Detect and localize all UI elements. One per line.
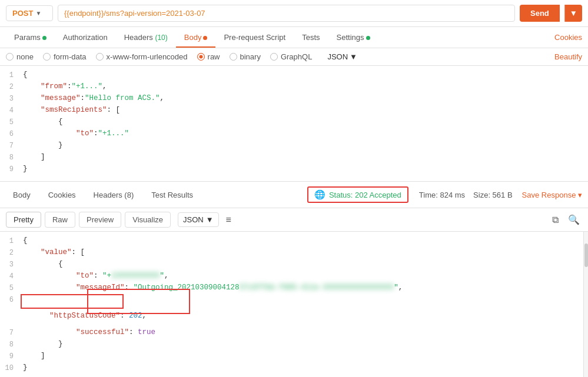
view-raw-button[interactable]: Raw — [45, 212, 75, 228]
req-line-3: 3 "message":"Hello from ACS.", — [0, 94, 588, 106]
globe-icon: 🌐 — [314, 189, 325, 200]
tab-body[interactable]: Body — [176, 27, 216, 48]
resp-tab-cookies[interactable]: Cookies — [41, 187, 83, 203]
view-visualize-button[interactable]: Visualize — [125, 212, 171, 228]
resp-line-9: 9 ] — [0, 352, 588, 363]
radio-form-data-circle — [43, 53, 51, 61]
body-type-row: none form-data x-www-form-urlencoded raw… — [0, 48, 588, 66]
top-bar: POST ▼ Send ▼ — [0, 0, 588, 27]
format-chevron-icon: ▼ — [350, 52, 357, 61]
time-text: Time: 824 ms — [419, 191, 465, 199]
req-line-2: 2 "from":"+1...", — [0, 82, 588, 94]
resp-line-7: 7 "successful": true — [0, 328, 588, 340]
radio-raw-circle — [197, 53, 205, 61]
params-dot — [42, 36, 46, 40]
send-dropdown-button[interactable]: ▼ — [564, 5, 582, 22]
resp-line-4: 4 "to": "+1XXXXXXXXXX", — [0, 272, 588, 283]
req-line-6: 6 "to":"+1..." — [0, 129, 588, 141]
status-badge: 🌐 Status: 202 Accepted — [307, 186, 408, 203]
tab-authorization[interactable]: Authorization — [55, 27, 116, 48]
resp-line-2: 2 "value": [ — [0, 248, 588, 260]
radio-raw[interactable]: raw — [197, 52, 220, 61]
radio-none[interactable]: none — [6, 52, 34, 61]
req-line-8: 8 ] — [0, 153, 588, 165]
radio-binary-circle — [230, 53, 237, 61]
resp-right-icons: ⧉ 🔍 — [550, 213, 582, 226]
radio-graphql[interactable]: GraphQL — [270, 52, 312, 61]
resp-format-chevron-icon: ▼ — [206, 215, 214, 224]
request-code-editor[interactable]: 1 { 2 "from":"+1...", 3 "message":"Hello… — [0, 66, 588, 182]
radio-urlencoded-circle — [96, 53, 104, 61]
tab-settings[interactable]: Settings — [328, 27, 378, 48]
response-header: Body Cookies Headers (8) Test Results 🌐 … — [0, 182, 588, 208]
radio-none-circle — [6, 53, 14, 61]
radio-graphql-circle — [270, 53, 278, 61]
method-label: POST — [12, 9, 33, 18]
save-response-label: Save Response — [522, 191, 576, 199]
search-button[interactable]: 🔍 — [566, 213, 582, 226]
resp-line-3: 3 { — [0, 260, 588, 272]
body-dot — [203, 36, 207, 40]
scrollbar[interactable] — [583, 232, 588, 377]
resp-line-6: 6 "httpStatusCode": 202, — [0, 295, 588, 328]
req-line-5: 5 { — [0, 118, 588, 129]
response-code-editor[interactable]: 1 { 2 "value": [ 3 { 4 "to": "+1XXXXXXXX… — [0, 232, 588, 377]
method-dropdown[interactable]: POST ▼ — [6, 5, 53, 21]
send-button[interactable]: Send — [520, 5, 560, 22]
resp-format-label: JSON — [183, 215, 204, 224]
save-response-button[interactable]: Save Response ▾ — [522, 191, 582, 199]
url-input[interactable] — [58, 5, 515, 22]
resp-format-dropdown[interactable]: JSON ▼ — [178, 212, 219, 227]
cookies-link[interactable]: Cookies — [554, 33, 582, 42]
req-line-9: 9 } — [0, 165, 588, 176]
resp-tab-body[interactable]: Body — [6, 187, 38, 203]
req-line-4: 4 "smsRecipients": [ — [0, 106, 588, 118]
radio-form-data[interactable]: form-data — [43, 52, 87, 61]
format-label: JSON — [327, 52, 348, 61]
filter-icon[interactable]: ≡ — [226, 215, 231, 225]
method-chevron-icon: ▼ — [35, 10, 41, 16]
request-tabs: Params Authorization Headers (10) Body P… — [0, 27, 588, 48]
resp-line-8: 8 } — [0, 340, 588, 352]
tab-pre-request[interactable]: Pre-request Script — [215, 27, 294, 48]
resp-tab-test-results[interactable]: Test Results — [144, 187, 200, 203]
copy-button[interactable]: ⧉ — [550, 213, 561, 226]
settings-dot — [366, 36, 370, 40]
radio-urlencoded[interactable]: x-www-form-urlencoded — [96, 52, 188, 61]
response-view-row: Pretty Raw Preview Visualize JSON ▼ ≡ ⧉ … — [0, 208, 588, 232]
size-text: Size: 561 B — [473, 191, 513, 199]
tab-tests[interactable]: Tests — [294, 27, 328, 48]
resp-line-5: 5 "messageId": "Outgoing_202103090041285… — [0, 283, 588, 295]
view-preview-button[interactable]: Preview — [79, 212, 121, 228]
resp-tab-headers[interactable]: Headers (8) — [87, 187, 141, 203]
resp-line-10: 10 } — [0, 363, 588, 375]
tab-headers[interactable]: Headers (10) — [116, 27, 176, 48]
format-dropdown[interactable]: JSON ▼ — [327, 52, 357, 61]
beautify-button[interactable]: Beautify — [554, 52, 582, 61]
radio-binary[interactable]: binary — [230, 52, 261, 61]
view-pretty-button[interactable]: Pretty — [6, 212, 41, 228]
scrollbar-thumb[interactable] — [584, 243, 588, 267]
resp-line-1: 1 { — [0, 236, 588, 248]
status-text: Status: 202 Accepted — [329, 191, 401, 199]
tab-params[interactable]: Params — [6, 27, 55, 48]
req-line-7: 7 } — [0, 141, 588, 153]
req-line-1: 1 { — [0, 71, 588, 82]
